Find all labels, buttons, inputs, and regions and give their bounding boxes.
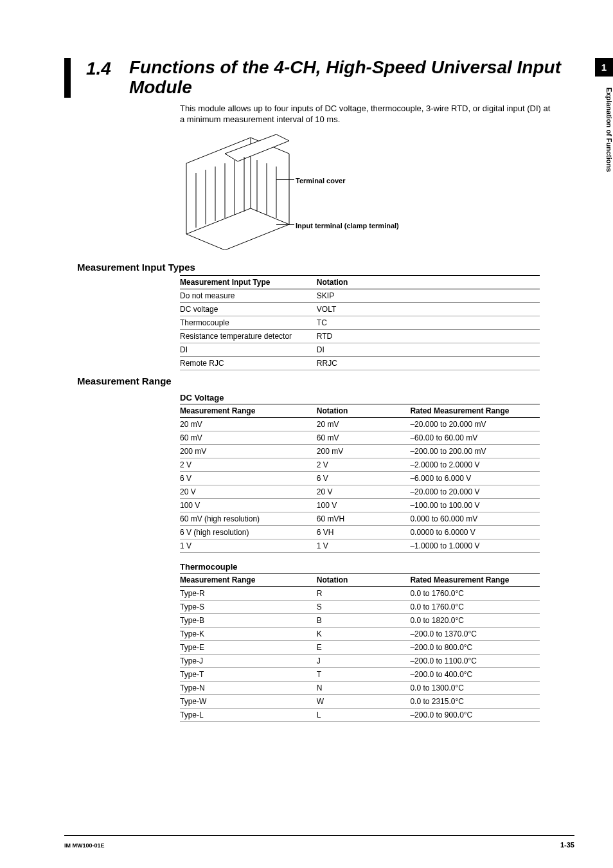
- table-cell: RTD: [317, 329, 540, 343]
- table-cell: Remote RJC: [180, 356, 317, 370]
- heading-title: Functions of the 4-CH, High-Speed Univer…: [129, 58, 574, 98]
- table-row: 200 mV200 mV–200.00 to 200.00 mV: [180, 444, 540, 458]
- module-drawing: [180, 134, 296, 250]
- subheading-dc-voltage: DC Voltage: [180, 389, 574, 402]
- figure-label-input-terminal: Input terminal (clamp terminal): [296, 222, 399, 230]
- table-row: 2 V2 V–2.0000 to 2.0000 V: [180, 458, 540, 471]
- table-row: 6 V6 V–6.000 to 6.000 V: [180, 471, 540, 485]
- table-cell: –200.0 to 800.0°C: [410, 640, 540, 654]
- table-input-types: Measurement Input Type Notation Do not m…: [180, 275, 540, 370]
- table-cell: 6 V: [317, 471, 411, 485]
- footer-rule: [64, 835, 574, 836]
- table-cell: –200.00 to 200.00 mV: [410, 444, 540, 458]
- table-cell: 20 mV: [180, 417, 317, 431]
- subheading-thermocouple: Thermocouple: [180, 558, 574, 572]
- table-cell: SKIP: [317, 289, 540, 302]
- table-cell: Type-R: [180, 586, 317, 600]
- table-cell: 2 V: [180, 458, 317, 471]
- table-cell: W: [317, 694, 411, 708]
- table-cell: –20.000 to 20.000 mV: [410, 417, 540, 431]
- table-cell: Type-N: [180, 681, 317, 694]
- table-cell: TC: [317, 316, 540, 329]
- table-row: 60 mV (high resolution)60 mVH0.000 to 60…: [180, 512, 540, 525]
- col-header: Rated Measurement Range: [410, 573, 540, 586]
- table-row: 6 V (high resolution)6 VH0.0000 to 6.000…: [180, 525, 540, 539]
- table-cell: 20 mV: [317, 417, 411, 431]
- table-cell: 1 V: [180, 539, 317, 552]
- table-cell: DC voltage: [180, 302, 317, 316]
- table-cell: Do not measure: [180, 289, 317, 302]
- footer-doc-id: IM MW100-01E: [64, 842, 105, 849]
- table-cell: –6.000 to 6.000 V: [410, 471, 540, 485]
- table-row: DIDI: [180, 343, 540, 356]
- table-cell: 60 mV: [180, 431, 317, 444]
- table-cell: T: [317, 667, 411, 681]
- table-cell: –200.0 to 1100.0°C: [410, 654, 540, 667]
- table-row: 60 mV60 mV–60.00 to 60.00 mV: [180, 431, 540, 444]
- table-cell: 0.0 to 2315.0°C: [410, 694, 540, 708]
- table-cell: 2 V: [317, 458, 411, 471]
- col-header: Rated Measurement Range: [410, 404, 540, 417]
- table-cell: 0.000 to 60.000 mV: [410, 512, 540, 525]
- table-cell: 0.0 to 1820.0°C: [410, 613, 540, 627]
- table-dc-voltage: Measurement Range Notation Rated Measure…: [180, 404, 540, 553]
- table-cell: 60 mV (high resolution): [180, 512, 317, 525]
- table-cell: Type-E: [180, 640, 317, 654]
- table-cell: –200.0 to 400.0°C: [410, 667, 540, 681]
- table-row: ThermocoupleTC: [180, 316, 540, 329]
- heading-bar: [64, 58, 71, 98]
- table-row: DC voltageVOLT: [180, 302, 540, 316]
- table-row: Type-JJ–200.0 to 1100.0°C: [180, 654, 540, 667]
- table-cell: –200.0 to 900.0°C: [410, 708, 540, 721]
- table-cell: N: [317, 681, 411, 694]
- table-cell: Type-J: [180, 654, 317, 667]
- table-row: Remote RJCRRJC: [180, 356, 540, 370]
- table-cell: 20 V: [180, 485, 317, 498]
- table-row: 20 V20 V–20.000 to 20.000 V: [180, 485, 540, 498]
- table-row: Type-SS0.0 to 1760.0°C: [180, 600, 540, 613]
- col-header: Measurement Input Type: [180, 275, 317, 289]
- table-cell: 60 mV: [317, 431, 411, 444]
- page: 1 Explanation of Functions 1.4 Functions…: [0, 0, 613, 868]
- table-row: Type-RR0.0 to 1760.0°C: [180, 586, 540, 600]
- table-row: 20 mV20 mV–20.000 to 20.000 mV: [180, 417, 540, 431]
- table-cell: 0.0 to 1760.0°C: [410, 600, 540, 613]
- heading-number: 1.4: [86, 58, 111, 79]
- figure-label-terminal-cover: Terminal cover: [296, 177, 345, 185]
- table-cell: 6 V (high resolution): [180, 525, 317, 539]
- table-row: Type-EE–200.0 to 800.0°C: [180, 640, 540, 654]
- table-cell: –20.000 to 20.000 V: [410, 485, 540, 498]
- col-header: Measurement Range: [180, 573, 317, 586]
- table-cell: VOLT: [317, 302, 540, 316]
- table-cell: Resistance temperature detector: [180, 329, 317, 343]
- table-row: Type-NN0.0 to 1300.0°C: [180, 681, 540, 694]
- col-header: Notation: [317, 573, 411, 586]
- table-row: Type-TT–200.0 to 400.0°C: [180, 667, 540, 681]
- chapter-label: Explanation of Functions: [595, 82, 613, 172]
- table-cell: Type-B: [180, 613, 317, 627]
- table-cell: DI: [180, 343, 317, 356]
- table-cell: 0.0 to 1300.0°C: [410, 681, 540, 694]
- table-row: Type-KK–200.0 to 1370.0°C: [180, 627, 540, 640]
- table-cell: –2.0000 to 2.0000 V: [410, 458, 540, 471]
- table-cell: RRJC: [317, 356, 540, 370]
- table-cell: 0.0000 to 6.0000 V: [410, 525, 540, 539]
- leader-line: [276, 224, 294, 225]
- table-cell: Type-W: [180, 694, 317, 708]
- section-heading-input-types: Measurement Input Types: [77, 262, 574, 273]
- col-header: Notation: [317, 404, 411, 417]
- table-row: Type-WW0.0 to 2315.0°C: [180, 694, 540, 708]
- table-row: Type-BB0.0 to 1820.0°C: [180, 613, 540, 627]
- col-header: Notation: [317, 275, 540, 289]
- table-cell: Type-L: [180, 708, 317, 721]
- table-cell: 200 mV: [180, 444, 317, 458]
- table-cell: J: [317, 654, 411, 667]
- table-cell: –100.00 to 100.00 V: [410, 498, 540, 512]
- table-cell: 200 mV: [317, 444, 411, 458]
- table-cell: 100 V: [180, 498, 317, 512]
- section-heading-range: Measurement Range: [77, 375, 574, 386]
- intro-text: This module allows up to four inputs of …: [180, 103, 553, 125]
- table-cell: 100 V: [317, 498, 411, 512]
- leader-line: [276, 179, 294, 180]
- table-cell: K: [317, 627, 411, 640]
